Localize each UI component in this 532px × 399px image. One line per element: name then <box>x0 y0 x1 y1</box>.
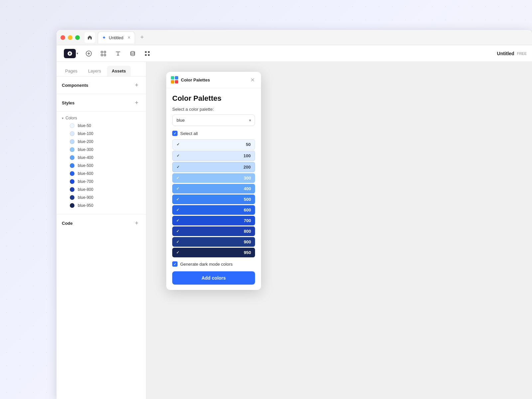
panel-color-row[interactable]: ✓ 900 <box>172 237 255 247</box>
color-row-left: ✓ <box>176 240 179 244</box>
row-check-icon: ✓ <box>177 165 180 169</box>
minimize-button[interactable] <box>68 35 72 40</box>
sidebar-color-item[interactable]: blue-300 <box>62 146 141 154</box>
color-name: blue-200 <box>78 139 93 144</box>
main-content: Pages Layers Assets Components + Styles … <box>57 62 532 399</box>
panel-color-row[interactable]: ✓ 300 <box>172 173 255 183</box>
active-tab[interactable]: ✦ Untitled ✕ <box>98 32 135 44</box>
components-header[interactable]: Components + <box>62 81 141 89</box>
tab-layers[interactable]: Layers <box>83 66 106 76</box>
svg-rect-15 <box>175 80 178 83</box>
tab-assets[interactable]: Assets <box>107 66 131 76</box>
logo-dropdown[interactable]: ▾ <box>62 48 80 60</box>
dark-mode-row[interactable]: ✓ Generate dark mode colors <box>172 261 255 267</box>
canvas-area: Color Palettes ✕ Color Palettes Select a… <box>146 62 532 399</box>
svg-rect-14 <box>171 80 174 83</box>
panel-close-button[interactable]: ✕ <box>248 76 256 84</box>
color-row-shade: 400 <box>244 186 251 191</box>
plugin-icon <box>171 76 178 83</box>
sidebar-color-item[interactable]: blue-900 <box>62 194 141 201</box>
tab-logo-icon: ✦ <box>102 35 106 40</box>
sidebar-scroll: Components + Styles + ▾ Colors <box>57 76 146 399</box>
panel-color-row[interactable]: ✓ 800 <box>172 226 255 236</box>
colors-group-header[interactable]: ▾ Colors <box>62 114 141 122</box>
add-element-button[interactable] <box>83 48 95 60</box>
data-tool-button[interactable] <box>127 48 139 60</box>
panel-color-row[interactable]: ✓ 100 <box>172 151 255 161</box>
color-row-left: ✓ <box>176 208 179 212</box>
grid-tool-button[interactable] <box>141 48 153 60</box>
color-row-left: ✓ <box>177 154 180 158</box>
svg-rect-9 <box>148 51 150 53</box>
color-row-shade: 300 <box>244 176 251 181</box>
color-swatch <box>70 195 74 200</box>
color-row-left: ✓ <box>176 176 179 180</box>
panel-color-row[interactable]: ✓ 200 <box>172 162 255 172</box>
panel-color-row[interactable]: ✓ 400 <box>172 184 255 194</box>
sidebar-color-item[interactable]: blue-600 <box>62 170 141 178</box>
sidebar-color-item[interactable]: blue-950 <box>62 201 141 209</box>
close-button[interactable] <box>61 35 65 40</box>
color-name: blue-100 <box>78 131 93 136</box>
color-row-shade: 700 <box>244 218 251 223</box>
add-colors-button[interactable]: Add colors <box>172 271 255 285</box>
svg-rect-5 <box>101 54 103 56</box>
sidebar-color-item[interactable]: blue-50 <box>62 122 141 130</box>
color-row-left: ✓ <box>176 250 179 255</box>
tab-label: Untitled <box>109 35 123 40</box>
frame-tool-button[interactable] <box>97 48 109 60</box>
logo-icon <box>64 49 76 58</box>
color-row-shade: 900 <box>244 239 251 244</box>
panel-color-row[interactable]: ✓ 950 <box>172 248 255 257</box>
panel-color-row[interactable]: ✓ 700 <box>172 216 255 225</box>
sidebar-color-item[interactable]: blue-400 <box>62 154 141 162</box>
text-tool-button[interactable] <box>112 48 124 60</box>
sidebar-color-item[interactable]: blue-100 <box>62 130 141 138</box>
colors-group-label: Colors <box>66 116 77 120</box>
toolbar: ▾ <box>57 45 532 62</box>
dark-mode-checkbox[interactable]: ✓ <box>172 261 178 267</box>
panel-color-row[interactable]: ✓ 500 <box>172 195 255 204</box>
components-add-button[interactable]: + <box>133 81 141 89</box>
svg-rect-13 <box>175 76 178 79</box>
chevron-icon: ▾ <box>62 116 64 120</box>
panel-color-row[interactable]: ✓ 50 <box>172 139 255 150</box>
home-button[interactable] <box>84 32 95 43</box>
color-row-shade: 600 <box>244 207 251 212</box>
tab-pages[interactable]: Pages <box>61 66 82 76</box>
maximize-button[interactable] <box>75 35 80 40</box>
code-section: Code + <box>57 214 146 232</box>
styles-add-button[interactable]: + <box>133 99 141 107</box>
color-swatch <box>70 139 74 144</box>
traffic-lights <box>61 35 80 40</box>
styles-section: Styles + <box>57 94 146 112</box>
tab-close-icon[interactable]: ✕ <box>127 35 131 40</box>
color-row-left: ✓ <box>176 229 179 233</box>
sidebar-color-item[interactable]: blue-700 <box>62 178 141 186</box>
color-row-left: ✓ <box>177 142 180 147</box>
code-add-button[interactable]: + <box>133 219 141 227</box>
panel-color-row[interactable]: ✓ 600 <box>172 205 255 215</box>
svg-rect-8 <box>145 51 147 53</box>
sidebar-color-item[interactable]: blue-200 <box>62 138 141 146</box>
select-palette-label: Select a color palette: <box>172 107 255 112</box>
svg-rect-11 <box>148 54 150 56</box>
select-all-checkbox[interactable]: ✓ <box>172 131 178 136</box>
code-header[interactable]: Code + <box>62 219 141 227</box>
sidebar: Pages Layers Assets Components + Styles … <box>57 62 146 399</box>
palette-select[interactable]: blue <box>172 114 255 126</box>
color-row-left: ✓ <box>176 187 179 191</box>
select-all-row[interactable]: ✓ Select all <box>172 131 255 136</box>
color-name: blue-400 <box>78 155 93 160</box>
color-swatch <box>70 147 74 152</box>
row-check-icon: ✓ <box>176 218 179 223</box>
color-name: blue-600 <box>78 171 93 176</box>
styles-header[interactable]: Styles + <box>62 99 141 107</box>
color-swatch <box>70 171 74 176</box>
new-tab-button[interactable]: + <box>138 33 147 42</box>
color-row-shade: 950 <box>244 250 251 255</box>
sidebar-color-item[interactable]: blue-500 <box>62 162 141 170</box>
colors-section: ▾ Colors blue-50 blue-100 blue-200 blue-… <box>57 112 146 214</box>
row-check-icon: ✓ <box>176 176 179 180</box>
sidebar-color-item[interactable]: blue-800 <box>62 186 141 194</box>
